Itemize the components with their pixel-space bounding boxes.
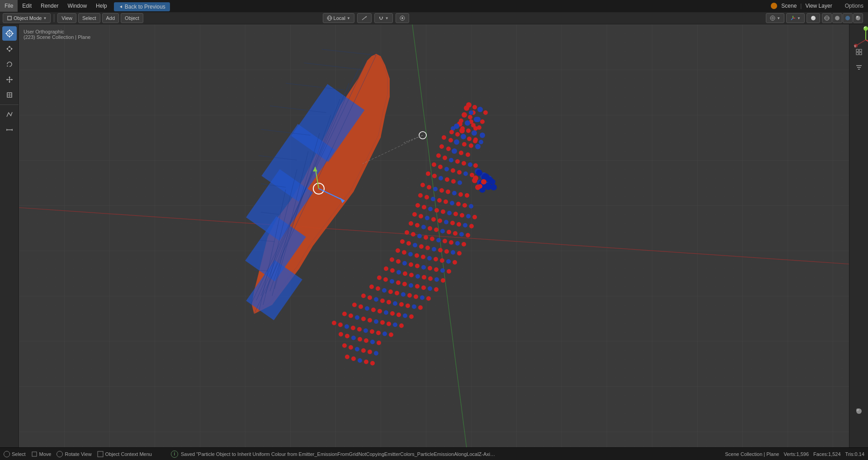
select-menu[interactable]: Select: [78, 13, 100, 23]
menu-file[interactable]: File: [0, 0, 18, 12]
transform-orientations[interactable]: [357, 13, 372, 23]
svg-point-247: [441, 278, 445, 283]
svg-point-160: [425, 195, 429, 199]
svg-point-325: [370, 361, 375, 365]
svg-point-149: [451, 179, 456, 184]
svg-point-263: [401, 292, 406, 297]
orient-gizmo[interactable]: Z X Y: [852, 26, 866, 40]
status-bar: Select Move Rotate View Object Context M…: [0, 447, 868, 460]
viewport-shading-mode[interactable]: [807, 13, 820, 23]
svg-point-323: [358, 358, 362, 363]
svg-rect-363: [98, 451, 103, 457]
viewport-shading-dropdown[interactable]: Local ▼: [323, 13, 354, 23]
svg-point-221: [415, 253, 419, 258]
svg-point-172: [441, 209, 445, 214]
verts-count: Verts:1,596: [783, 451, 809, 457]
transform-tool[interactable]: [2, 88, 17, 102]
svg-point-140: [444, 167, 449, 171]
svg-point-272: [387, 300, 391, 304]
svg-point-303: [363, 328, 368, 333]
svg-point-264: [407, 293, 412, 298]
status-right: Scene Collection | Plane Verts:1,596 Fac…: [725, 451, 864, 457]
svg-point-127: [446, 147, 451, 151]
object-mode-dropdown[interactable]: Object Mode ▼: [3, 13, 51, 23]
material-btn[interactable]: [843, 13, 853, 23]
view-menu[interactable]: View: [57, 13, 76, 23]
svg-point-147: [439, 176, 443, 180]
svg-point-253: [409, 283, 413, 288]
svg-point-269: [368, 295, 372, 300]
svg-point-314: [377, 341, 381, 345]
svg-point-239: [390, 268, 395, 273]
svg-point-227: [453, 260, 457, 265]
gizmo-settings[interactable]: ▼: [786, 13, 805, 23]
top-menu-bar: File Edit Render Window Help Back to Pre…: [0, 0, 868, 12]
svg-point-278: [352, 303, 357, 307]
mode-dropdown-arrow: ▼: [43, 16, 47, 20]
object-menu[interactable]: Object: [121, 13, 143, 23]
svg-point-279: [359, 304, 363, 309]
cursor-tool[interactable]: [2, 26, 17, 41]
solid-btn[interactable]: [832, 13, 842, 23]
svg-point-299: [338, 322, 343, 327]
top-right-info: Scene | View Layer Options: [770, 2, 868, 9]
svg-point-345: [474, 117, 479, 122]
svg-point-238: [384, 266, 388, 271]
svg-point-159: [418, 193, 423, 198]
left-tool-panel: [0, 24, 19, 447]
rotate-view-label: Rotate View: [65, 451, 91, 457]
svg-point-267: [426, 296, 431, 301]
svg-point-254: [415, 284, 420, 289]
3d-viewport[interactable]: User Orthographic (223) Scene Collection…: [19, 24, 849, 447]
svg-point-308: [339, 332, 343, 337]
rotate-tool[interactable]: [2, 57, 17, 71]
view-type-label: User Orthographic: [24, 29, 90, 34]
annotate-tool[interactable]: [2, 107, 17, 122]
svg-point-180: [425, 216, 429, 220]
right-panel: Z X Y: [849, 24, 868, 447]
svg-point-204: [443, 239, 447, 243]
svg-point-284: [390, 311, 395, 316]
wireframe-btn[interactable]: [822, 13, 832, 23]
svg-point-317: [355, 347, 359, 351]
svg-point-281: [371, 308, 376, 312]
menu-window[interactable]: Window: [63, 0, 91, 12]
svg-point-353: [466, 128, 471, 133]
render-preview-btn[interactable]: [852, 404, 866, 418]
svg-point-322: [351, 356, 356, 361]
svg-point-234: [428, 266, 432, 270]
menu-edit[interactable]: Edit: [18, 0, 36, 12]
overlay-settings[interactable]: ▼: [766, 13, 784, 23]
svg-marker-33: [6, 47, 8, 50]
svg-rect-362: [32, 452, 37, 456]
svg-point-26: [9, 33, 10, 34]
proportional-editing[interactable]: [396, 13, 409, 23]
scale-tool[interactable]: [2, 72, 17, 87]
svg-text:Y: Y: [854, 45, 856, 48]
svg-point-196: [459, 232, 464, 237]
svg-point-226: [446, 259, 451, 264]
svg-point-233: [421, 265, 426, 270]
menu-help[interactable]: Help: [91, 0, 112, 12]
info-icon: i: [171, 451, 178, 458]
right-tool-2[interactable]: [852, 60, 866, 75]
move-tool[interactable]: [2, 42, 17, 56]
svg-point-203: [436, 238, 441, 242]
add-menu[interactable]: Add: [102, 13, 119, 23]
measure-tool[interactable]: [2, 123, 17, 137]
svg-point-332: [473, 175, 478, 181]
svg-point-313: [370, 340, 375, 344]
rotate-icon: [5, 60, 14, 68]
menu-render[interactable]: Render: [36, 0, 63, 12]
svg-point-142: [457, 170, 462, 175]
svg-point-302: [357, 327, 362, 332]
back-to-previous-button[interactable]: Back to Previous: [114, 2, 170, 11]
svg-point-209: [406, 241, 411, 246]
rendered-btn[interactable]: [853, 13, 863, 23]
options-label[interactable]: Options: [845, 3, 863, 9]
rotate-view-status-item: Rotate View: [57, 451, 91, 457]
overlay-icon: [770, 15, 775, 21]
svg-point-275: [406, 304, 410, 308]
snap-settings[interactable]: ▼: [374, 13, 393, 23]
svg-point-301: [351, 326, 355, 330]
